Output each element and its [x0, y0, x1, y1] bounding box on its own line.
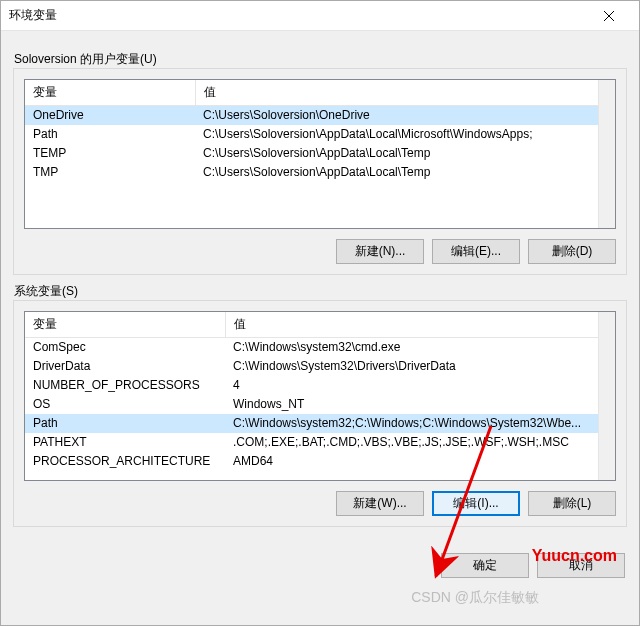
sys-vars-table: 变量 值 ComSpecC:\Windows\system32\cmd.exe …	[25, 312, 615, 471]
sys-col-val[interactable]: 值	[225, 312, 615, 338]
user-col-var[interactable]: 变量	[25, 80, 195, 106]
close-button[interactable]	[586, 1, 631, 31]
user-vars-table: 变量 值 OneDriveC:\Users\Soloversion\OneDri…	[25, 80, 615, 182]
table-row[interactable]: TEMPC:\Users\Soloversion\AppData\Local\T…	[25, 144, 615, 163]
close-icon	[604, 11, 614, 21]
table-row[interactable]: PROCESSOR_ARCHITECTUREAMD64	[25, 452, 615, 471]
sys-new-button[interactable]: 新建(W)...	[336, 491, 424, 516]
table-row[interactable]: ComSpecC:\Windows\system32\cmd.exe	[25, 338, 615, 357]
sys-vars-label: 系统变量(S)	[12, 283, 80, 300]
ok-button[interactable]: 确定	[441, 553, 529, 578]
user-scrollbar[interactable]	[598, 80, 615, 228]
user-edit-button[interactable]: 编辑(E)...	[432, 239, 520, 264]
user-delete-button[interactable]: 删除(D)	[528, 239, 616, 264]
sys-button-row: 新建(W)... 编辑(I)... 删除(L)	[24, 491, 616, 516]
user-new-button[interactable]: 新建(N)...	[336, 239, 424, 264]
window-title: 环境变量	[9, 7, 57, 24]
user-button-row: 新建(N)... 编辑(E)... 删除(D)	[24, 239, 616, 264]
sys-col-var[interactable]: 变量	[25, 312, 225, 338]
sys-delete-button[interactable]: 删除(L)	[528, 491, 616, 516]
dialog-button-row: 确定 取消	[1, 547, 639, 592]
table-row[interactable]: PathC:\Windows\system32;C:\Windows;C:\Wi…	[25, 414, 615, 433]
user-vars-label: Soloversion 的用户变量(U)	[12, 51, 159, 68]
user-col-val[interactable]: 值	[195, 80, 615, 106]
table-row[interactable]: NUMBER_OF_PROCESSORS4	[25, 376, 615, 395]
table-row[interactable]: PATHEXT.COM;.EXE;.BAT;.CMD;.VBS;.VBE;.JS…	[25, 433, 615, 452]
dialog-content: Soloversion 的用户变量(U) 变量 值 OneDriveC:\Use…	[1, 31, 639, 547]
sys-scrollbar[interactable]	[598, 312, 615, 480]
table-row[interactable]: OSWindows_NT	[25, 395, 615, 414]
table-row[interactable]: PathC:\Users\Soloversion\AppData\Local\M…	[25, 125, 615, 144]
titlebar: 环境变量	[1, 1, 639, 31]
sys-vars-group: 系统变量(S) 变量 值 ComSpecC:\Windows\system32\…	[13, 300, 627, 527]
user-vars-group: Soloversion 的用户变量(U) 变量 值 OneDriveC:\Use…	[13, 68, 627, 275]
sys-edit-button[interactable]: 编辑(I)...	[432, 491, 520, 516]
user-vars-table-wrap[interactable]: 变量 值 OneDriveC:\Users\Soloversion\OneDri…	[24, 79, 616, 229]
env-vars-dialog: 环境变量 Soloversion 的用户变量(U) 变量 值	[0, 0, 640, 626]
table-row[interactable]: DriverDataC:\Windows\System32\Drivers\Dr…	[25, 357, 615, 376]
table-row[interactable]: OneDriveC:\Users\Soloversion\OneDrive	[25, 106, 615, 125]
table-row[interactable]: TMPC:\Users\Soloversion\AppData\Local\Te…	[25, 163, 615, 182]
sys-vars-table-wrap[interactable]: 变量 值 ComSpecC:\Windows\system32\cmd.exe …	[24, 311, 616, 481]
cancel-button[interactable]: 取消	[537, 553, 625, 578]
